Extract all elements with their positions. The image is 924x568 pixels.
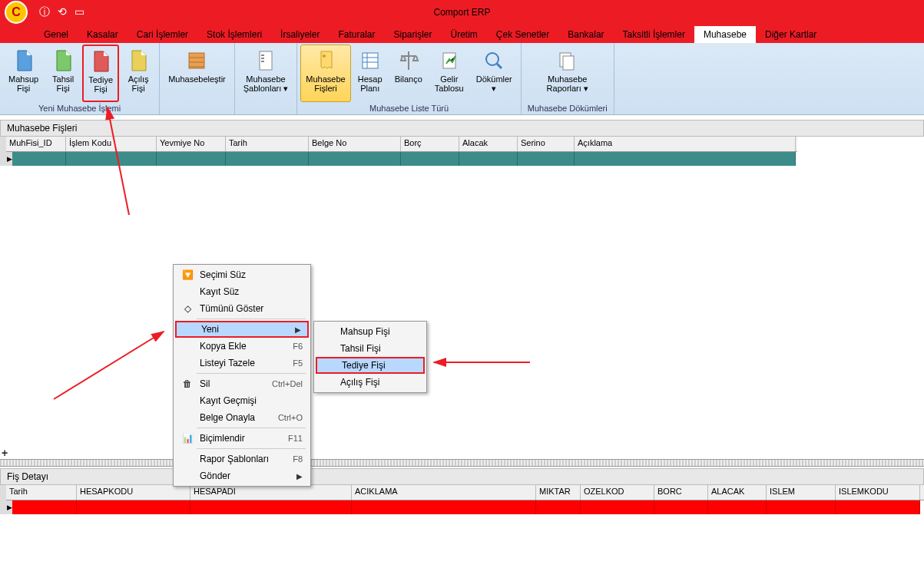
tab-stok[interactable]: Stok İşlemleri xyxy=(197,26,271,43)
bilanco-label: Bilanço xyxy=(395,74,422,84)
lcol-hesapadi[interactable]: HESAPADI xyxy=(190,485,352,500)
bilanco-button[interactable]: Bilanço xyxy=(389,45,428,102)
row-indicator xyxy=(0,137,6,166)
ctx-listeyi[interactable]: Listeyi TazeleF5 xyxy=(175,355,309,372)
muhasebele-label: Muhasebeleştir xyxy=(168,74,226,84)
format-icon: 📊 xyxy=(178,433,197,444)
lower-grid-row[interactable] xyxy=(12,500,924,514)
expand-marker[interactable]: + xyxy=(2,447,8,459)
col-aciklama[interactable]: Açıklama xyxy=(575,137,796,151)
tab-taksit[interactable]: Taksitli İşlemler xyxy=(614,26,694,43)
svg-rect-3 xyxy=(261,58,264,59)
ctx-sil[interactable]: 🗑SilCtrl+Del xyxy=(175,375,309,392)
context-submenu[interactable]: Mahsup Fişi Tahsil Fişi Tediye Fişi Açıl… xyxy=(313,321,427,393)
document-yellow-icon xyxy=(126,48,151,73)
magnify-icon xyxy=(482,48,506,73)
tab-fatura[interactable]: Faturalar xyxy=(329,26,384,43)
fisleri-label: Muhasebe Fişleri xyxy=(306,74,345,93)
sub-mahsup[interactable]: Mahsup Fişi xyxy=(316,323,425,340)
lcol-islemkodu[interactable]: ISLEMKODU xyxy=(836,485,920,500)
lcol-borc[interactable]: BORC xyxy=(654,485,708,500)
sub-acilis[interactable]: Açılış Fişi xyxy=(316,374,425,391)
ctx-bicim[interactable]: 📊BiçimlendirF11 xyxy=(175,430,309,447)
ctx-gecmis[interactable]: Kayıt Geçmişi xyxy=(175,392,309,409)
lower-row-marker: ▶ xyxy=(6,500,12,514)
col-alacak[interactable]: Alacak xyxy=(459,137,518,151)
raporlari-label: Muhasebe Raporları ▾ xyxy=(547,74,588,93)
group3-label: Muhasebe Dökümleri xyxy=(525,102,611,114)
svg-line-12 xyxy=(54,332,164,399)
upper-grid-row[interactable] xyxy=(12,152,797,166)
receipt-icon xyxy=(313,48,338,73)
refresh-icon[interactable]: ⟲ xyxy=(58,5,67,19)
context-menu[interactable]: 🔽Seçimi Süz Kayıt Süz ◇Tümünü Göster Yen… xyxy=(173,264,311,487)
col-serino[interactable]: Serino xyxy=(518,137,575,151)
sablon-label: Muhasebe Şablonları ▾ xyxy=(243,74,289,93)
ctx-rapor[interactable]: Rapor ŞablonlarıF8 xyxy=(175,451,309,467)
gelir-label: Gelir Tablosu xyxy=(435,74,464,93)
svg-rect-0 xyxy=(189,53,204,68)
tab-banka[interactable]: Bankalar xyxy=(558,26,613,43)
lcol-tarih[interactable]: Tarih xyxy=(6,485,77,500)
mahsup-fisi-button[interactable]: Mahsup Fişi xyxy=(3,45,44,102)
col-muhfisi[interactable]: MuhFisi_ID xyxy=(6,137,66,151)
tab-cari[interactable]: Cari İşlemler xyxy=(128,26,197,43)
window-icon[interactable]: ▭ xyxy=(75,5,84,19)
sablon-button[interactable]: Muhasebe Şablonları ▾ xyxy=(238,45,294,102)
fisleri-button[interactable]: Muhasebe Fişleri xyxy=(300,45,350,102)
plan-icon xyxy=(358,48,383,73)
lcol-alacak[interactable]: ALACAK xyxy=(708,485,767,500)
acilis-label: Açılış Fişi xyxy=(128,74,149,93)
raporlari-button[interactable]: Muhasebe Raporları ▾ xyxy=(541,45,594,102)
tab-siparis[interactable]: Siparişler xyxy=(384,26,441,43)
tab-uretim[interactable]: Üretim xyxy=(442,26,487,43)
ctx-gonder[interactable]: Gönder▶ xyxy=(175,467,309,484)
tahsil-fisi-button[interactable]: Tahsil Fişi xyxy=(45,45,81,102)
tab-genel[interactable]: Genel xyxy=(35,26,78,43)
col-yevmiye[interactable]: Yevmiye No xyxy=(157,137,226,151)
ribbon: Mahsup Fişi Tahsil Fişi Tediye Fişi Açıl… xyxy=(0,43,924,115)
group2-label: Muhasebe Liste Türü xyxy=(366,102,452,114)
col-islemkodu[interactable]: İşlem Kodu xyxy=(66,137,157,151)
tab-cek[interactable]: Çek Senetler xyxy=(487,26,558,43)
lcol-miktar[interactable]: MIKTAR xyxy=(536,485,581,500)
ctx-kayit[interactable]: Kayıt Süz xyxy=(175,283,309,300)
lower-panel-title: Fiş Detayı xyxy=(0,468,924,485)
ctx-kopya[interactable]: Kopya EkleF6 xyxy=(175,338,309,355)
lcol-hesapkodu[interactable]: HESAPKODU xyxy=(77,485,190,500)
sub-tediye[interactable]: Tediye Fişi xyxy=(316,357,425,374)
tahsil-label: Tahsil Fişi xyxy=(52,74,74,93)
tab-irsaliye[interactable]: İrsaliyeler xyxy=(271,26,329,43)
lcol-aciklama[interactable]: ACIKLAMA xyxy=(352,485,536,500)
tediye-fisi-button[interactable]: Tediye Fişi xyxy=(82,45,119,102)
dokumler-button[interactable]: Dökümler ▾ xyxy=(471,45,518,102)
tab-kasalar[interactable]: Kasalar xyxy=(78,26,128,43)
sub-tahsil[interactable]: Tahsil Fişi xyxy=(316,340,425,357)
splitter[interactable] xyxy=(0,459,924,467)
info-icon[interactable]: ⓘ xyxy=(39,5,50,19)
ctx-tumunu[interactable]: ◇Tümünü Göster xyxy=(175,300,309,317)
dokumler-label: Dökümler ▾ xyxy=(476,74,512,93)
group1-label: Yeni Muhasebe İşlemi xyxy=(35,102,124,114)
ctx-yeni[interactable]: Yeni▶ xyxy=(175,321,309,338)
col-belge[interactable]: Belge No xyxy=(309,137,401,151)
svg-rect-6 xyxy=(363,53,378,68)
tab-muhasebe[interactable]: Muhasebe xyxy=(694,26,756,43)
submenu-arrow-icon: ▶ xyxy=(296,472,303,480)
ctx-secimi[interactable]: 🔽Seçimi Süz xyxy=(175,266,309,283)
muhasebele-button[interactable]: Muhasebeleştir xyxy=(163,45,231,102)
col-borc[interactable]: Borç xyxy=(401,137,459,151)
svg-point-5 xyxy=(323,54,326,58)
tab-diger[interactable]: Diğer Kartlar xyxy=(756,26,826,43)
lcol-ozelkod[interactable]: OZELKOD xyxy=(581,485,654,500)
lcol-islem[interactable]: ISLEM xyxy=(767,485,836,500)
gelir-button[interactable]: Gelir Tablosu xyxy=(429,45,469,102)
upper-grid-header: MuhFisi_ID İşlem Kodu Yevmiye No Tarih B… xyxy=(6,137,797,152)
acilis-fisi-button[interactable]: Açılış Fişi xyxy=(121,45,156,102)
group-empty1 xyxy=(193,102,201,114)
ctx-onayla[interactable]: Belge OnaylaCtrl+O xyxy=(175,409,309,426)
submenu-arrow-icon: ▶ xyxy=(295,325,301,334)
svg-point-8 xyxy=(486,53,498,65)
hesap-button[interactable]: Hesap Planı xyxy=(353,45,388,102)
col-tarih[interactable]: Tarih xyxy=(226,137,309,151)
